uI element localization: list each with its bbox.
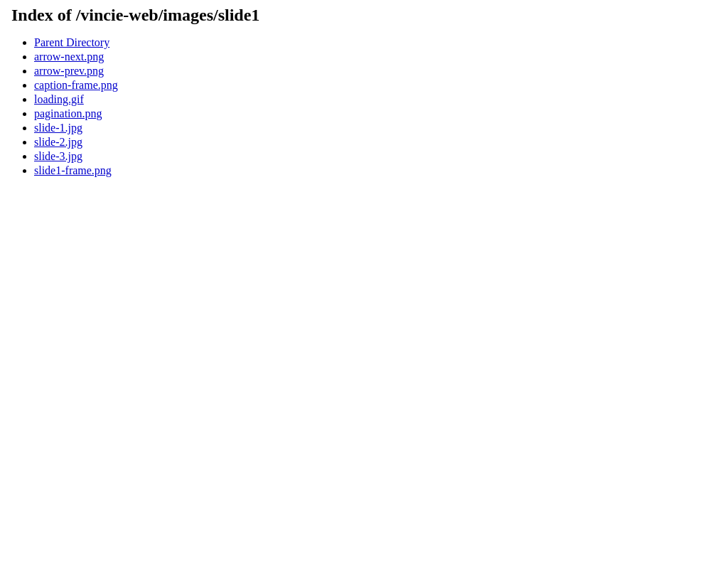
file-link[interactable]: slide-1.jpg <box>34 122 82 134</box>
list-item: arrow-next.png <box>34 50 717 63</box>
list-item: slide-2.jpg <box>34 136 717 149</box>
file-link[interactable]: caption-frame.png <box>34 79 118 91</box>
file-link[interactable]: arrow-prev.png <box>34 65 104 77</box>
file-link[interactable]: pagination.png <box>34 107 102 119</box>
list-item: slide1-frame.png <box>34 164 717 177</box>
list-item: pagination.png <box>34 107 717 120</box>
list-item: Parent Directory <box>34 36 717 49</box>
file-link[interactable]: loading.gif <box>34 93 84 105</box>
file-list: Parent Directoryarrow-next.pngarrow-prev… <box>11 36 717 177</box>
list-item: loading.gif <box>34 93 717 106</box>
list-item: slide-3.jpg <box>34 150 717 163</box>
file-link[interactable]: slide1-frame.png <box>34 164 112 176</box>
file-link[interactable]: slide-2.jpg <box>34 136 82 148</box>
list-item: caption-frame.png <box>34 79 717 92</box>
parent-directory-link[interactable]: Parent Directory <box>34 36 109 48</box>
page-title: Index of /vincie-web/images/slide1 <box>11 6 717 25</box>
list-item: slide-1.jpg <box>34 122 717 134</box>
list-item: arrow-prev.png <box>34 65 717 78</box>
file-link[interactable]: arrow-next.png <box>34 50 104 63</box>
file-link[interactable]: slide-3.jpg <box>34 150 82 162</box>
